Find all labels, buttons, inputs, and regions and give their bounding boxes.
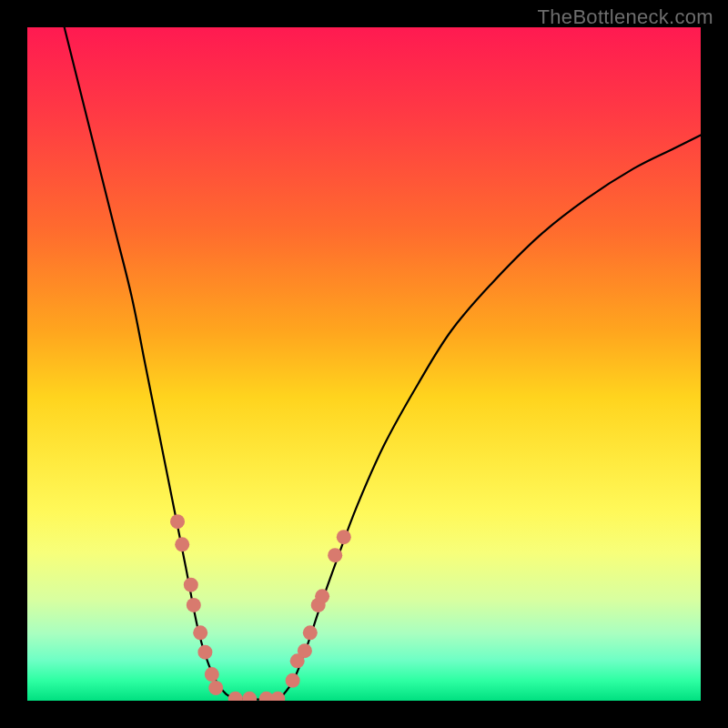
data-marker [298, 643, 312, 658]
data-marker [208, 681, 223, 695]
data-marker [286, 673, 300, 688]
plot-area [27, 27, 701, 701]
data-marker [175, 537, 189, 551]
data-marker [303, 625, 318, 640]
data-marker [184, 578, 198, 592]
data-marker [170, 514, 185, 529]
data-marker [187, 598, 201, 612]
data-marker [315, 589, 329, 603]
data-marker [328, 548, 342, 562]
data-marker [270, 692, 285, 701]
chart-svg [27, 27, 701, 701]
data-marker [193, 625, 207, 640]
marker-group [170, 514, 351, 701]
watermark-text: TheBottleneck.com [538, 5, 713, 29]
right-curve [280, 135, 702, 698]
data-marker [242, 692, 257, 701]
data-marker [228, 692, 243, 701]
left-curve [65, 27, 239, 699]
chart-frame: TheBottleneck.com [0, 0, 728, 728]
data-marker [197, 645, 212, 660]
data-marker [337, 530, 351, 544]
data-marker [205, 667, 219, 682]
